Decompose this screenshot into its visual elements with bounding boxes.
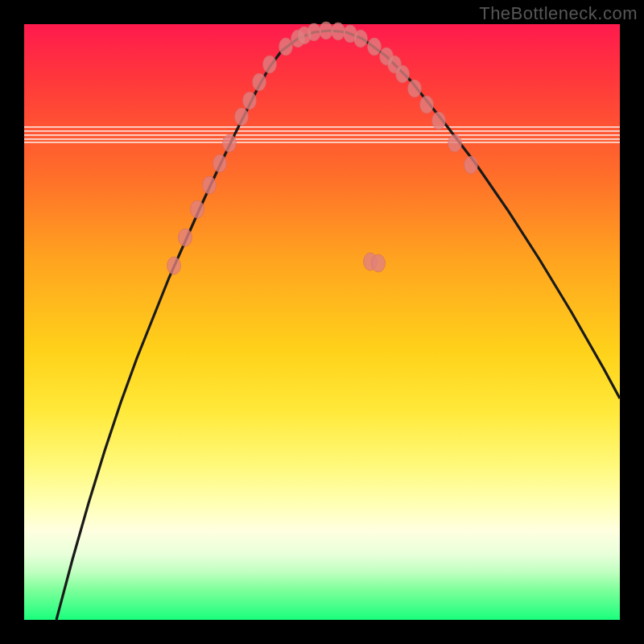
marker-dot: [320, 22, 333, 39]
bottleneck-curve: [56, 31, 620, 620]
white-band: [24, 142, 620, 143]
marker-dot: [223, 134, 237, 152]
white-band: [24, 134, 620, 136]
marker-dot: [167, 257, 181, 275]
marker-dot: [372, 254, 386, 272]
white-band: [24, 126, 620, 128]
marker-dot: [448, 134, 462, 152]
curve-markers: [167, 22, 478, 275]
marker-dot: [243, 92, 257, 109]
marker-dot: [253, 73, 266, 91]
marker-dot: [332, 23, 345, 40]
marker-dot: [263, 56, 277, 73]
white-band: [24, 130, 620, 132]
marker-dot: [203, 176, 217, 194]
marker-dot: [179, 229, 192, 246]
watermark-text: TheBottleneck.com: [479, 3, 638, 24]
marker-dot: [408, 80, 422, 97]
marker-dot: [396, 65, 410, 83]
white-band: [24, 138, 620, 140]
marker-dot: [432, 112, 446, 130]
marker-dot: [235, 108, 249, 126]
white-bands: [24, 126, 620, 143]
plot-area: [24, 24, 620, 620]
marker-dot: [191, 200, 204, 218]
marker-dot: [279, 38, 293, 56]
marker-dot: [308, 23, 321, 41]
marker-dot: [368, 38, 382, 56]
marker-dot: [213, 155, 227, 172]
marker-dot: [464, 156, 478, 174]
marker-dot: [420, 96, 434, 114]
chart-svg: [24, 24, 620, 620]
outer-frame: TheBottleneck.com: [0, 0, 644, 644]
marker-dot: [354, 30, 368, 47]
